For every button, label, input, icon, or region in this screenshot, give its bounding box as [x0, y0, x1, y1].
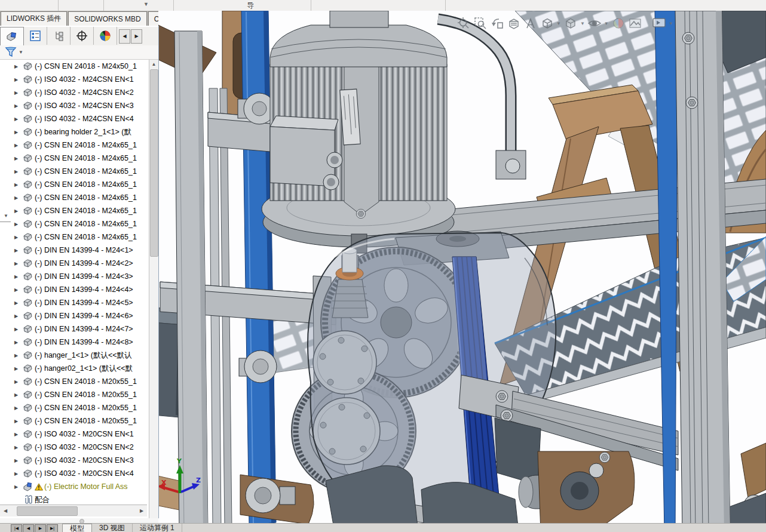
expand-arrow-icon[interactable]: ▶ — [14, 471, 20, 476]
display-style-caret-icon[interactable]: ▼ — [580, 21, 585, 26]
tree-item[interactable]: ▶ (-) ISO 4032 - M24CSN EN<1 — [0, 73, 147, 86]
expand-arrow-icon[interactable]: ▶ — [14, 300, 20, 306]
tree-vertical-scrollbar[interactable]: ▲ ▼ — [149, 60, 158, 530]
tab-propertymanager[interactable] — [24, 27, 47, 45]
hide-show-caret-icon[interactable]: ▼ — [604, 21, 609, 26]
tree-item[interactable]: ▶ (-) ISO 4032 - M24CSN EN<3 — [0, 99, 147, 112]
tree-item[interactable]: ▶ (-) CSN EN 24018 - M24x65_1 — [0, 191, 147, 204]
previous-tab-button[interactable]: ◀ — [23, 524, 34, 532]
right-steel-column[interactable] — [675, 11, 730, 532]
last-tab-button[interactable]: ▶| — [47, 524, 58, 532]
tree-item[interactable]: ▶ (-) ISO 4032 - M20CSN EN<4 — [0, 467, 147, 480]
filter-funnel-icon[interactable] — [5, 47, 17, 58]
scroll-left-arrow[interactable]: ◀ — [1, 506, 10, 515]
manager-tab-left-arrow[interactable]: ◀ — [119, 29, 130, 44]
next-tab-button[interactable]: ▶ — [35, 524, 46, 532]
expand-arrow-icon[interactable]: ▶ — [14, 64, 20, 69]
expand-arrow-icon[interactable]: ▶ — [14, 235, 20, 240]
expand-arrow-icon[interactable]: ▶ — [14, 156, 20, 161]
apply-scene-icon[interactable] — [628, 16, 643, 31]
expand-arrow-icon[interactable]: ▶ — [14, 366, 20, 371]
expand-arrow-icon[interactable]: ▶ — [14, 103, 20, 109]
tab-motion-study[interactable]: 运动算例 1 — [133, 524, 182, 532]
tree-item[interactable]: ▶ (-) CSN EN 24018 - M20x55_1 — [0, 375, 147, 388]
zoom-to-area-icon[interactable] — [473, 16, 488, 31]
scroll-right-arrow[interactable]: ▶ — [137, 506, 146, 515]
tree-item[interactable]: ▶ (-) CSN EN 24018 - M24x65_1 — [0, 204, 147, 217]
electric-motor[interactable] — [262, 11, 455, 253]
tree-item[interactable]: ▶ (-) CSN EN 24018 - M24x65_1 — [0, 152, 147, 165]
tree-item[interactable]: ▶ (-) DIN EN 14399-4 - M24<4> — [0, 283, 147, 296]
zoom-to-fit-icon[interactable] — [456, 16, 471, 31]
tab-featuremanager[interactable] — [0, 27, 24, 46]
hide-show-items-icon[interactable] — [587, 16, 602, 31]
scroll-up-arrow[interactable]: ▲ — [149, 60, 158, 69]
tree-item[interactable]: ▶ (-) CSN EN 24018 - M20x55_1 — [0, 388, 147, 401]
tree-item[interactable]: ▶ (-) ISO 4032 - M20CSN EN<2 — [0, 441, 147, 454]
expand-arrow-icon[interactable]: ▶ — [14, 327, 20, 332]
tree-item[interactable]: ▶ (-) DIN EN 14399-4 - M24<5> — [0, 296, 147, 309]
pane-splitter-handle[interactable]: ▼ — [0, 213, 11, 226]
expand-arrow-icon[interactable]: ▶ — [14, 77, 20, 82]
tree-item[interactable]: ▶ (-) CSN EN 24018 - M24x65_1 — [0, 165, 147, 178]
expand-arrow-icon[interactable]: ▶ — [14, 130, 20, 135]
expand-arrow-icon[interactable]: ▶ — [14, 353, 20, 358]
edit-appearance-icon[interactable] — [611, 16, 626, 31]
previous-view-icon[interactable] — [489, 16, 504, 31]
tree-item[interactable]: ▶ (-) DIN EN 14399-4 - M24<8> — [0, 336, 147, 349]
tree-item[interactable]: ▶ (-) DIN EN 14399-4 - M24<3> — [0, 270, 147, 283]
tree-item[interactable]: ▶ (-) CSN EN 24018 - M24x65_1 — [0, 139, 147, 152]
first-tab-button[interactable]: |◀ — [11, 524, 22, 532]
tab-solidworks-addins[interactable]: LIDWORKS 插件 — [1, 11, 67, 26]
display-style-icon[interactable] — [563, 16, 578, 31]
expand-arrow-icon[interactable]: ▶ — [14, 419, 20, 424]
expand-arrow-icon[interactable]: ▶ — [14, 445, 20, 450]
tree-item[interactable]: ▶ (-) CSN EN 24018 - M24x50_1 — [0, 60, 147, 73]
expand-arrow-icon[interactable]: ▶ — [14, 182, 20, 187]
expand-arrow-icon[interactable]: ▶ — [14, 90, 20, 96]
expand-arrow-icon[interactable]: ▶ — [14, 484, 20, 490]
view-settings-icon[interactable] — [652, 16, 667, 31]
expand-arrow-icon[interactable]: ▶ — [14, 405, 20, 411]
expand-arrow-icon[interactable]: ▶ — [14, 116, 20, 122]
scroll-thumb[interactable] — [17, 506, 78, 516]
view-orientation-caret-icon[interactable]: ▼ — [556, 21, 561, 26]
expand-arrow-icon[interactable]: ▶ — [14, 392, 20, 398]
expand-arrow-icon[interactable]: ▶ — [14, 274, 20, 279]
expand-arrow-icon[interactable]: ▶ — [14, 248, 20, 253]
scroll-thumb[interactable] — [150, 69, 158, 257]
graphics-viewport[interactable]: X Y Z — [158, 11, 766, 532]
tab-configurationmanager[interactable] — [47, 27, 71, 45]
tree-item[interactable]: ▶ (-) CSN EN 24018 - M20x55_1 — [0, 414, 147, 428]
tree-horizontal-scrollbar[interactable]: ◀ ▶ — [0, 505, 147, 516]
tree-item[interactable]: ▶ (-) DIN EN 14399-4 - M24<1> — [0, 244, 147, 257]
tree-item[interactable]: ▶ (-) ISO 4032 - M24CSN EN<4 — [0, 112, 147, 125]
tree-item[interactable]: ▶ (-) hanger02_1<1> (默认<<默 — [0, 362, 147, 375]
tab-dimxpertmanager[interactable] — [71, 27, 94, 45]
tree-item[interactable]: ▶ (-) ISO 4032 - M20CSN EN<3 — [0, 454, 147, 467]
expand-arrow-icon[interactable]: ▶ — [14, 340, 20, 345]
expand-arrow-icon[interactable]: ▶ — [14, 169, 20, 174]
filter-caret-icon[interactable]: ▼ — [19, 50, 23, 55]
tree-item[interactable]: ▶ (-) ISO 4032 - M24CSN EN<2 — [0, 86, 147, 99]
tree-item[interactable]: ▶ (-) CSN EN 24018 - M20x55_1 — [0, 401, 147, 414]
expand-arrow-icon[interactable]: ▶ — [14, 313, 20, 319]
expand-arrow-icon[interactable]: ▶ — [14, 208, 20, 214]
section-view-icon[interactable] — [506, 16, 521, 31]
tab-displaymanager[interactable] — [94, 27, 117, 45]
tab-3d-views[interactable]: 3D 视图 — [92, 524, 133, 532]
view-orientation-icon[interactable] — [540, 16, 554, 31]
expand-arrow-icon[interactable]: ▶ — [14, 222, 20, 227]
expand-arrow-icon[interactable]: ▶ — [14, 458, 20, 463]
tree-item[interactable]: ▶ (-) CSN EN 24018 - M24x65_1 — [0, 230, 147, 244]
manager-tab-right-arrow[interactable]: ▶ — [131, 29, 142, 44]
tree-item[interactable]: ▶ (-) DIN EN 14399-4 - M24<6> — [0, 309, 147, 322]
expand-arrow-icon[interactable]: ▶ — [14, 143, 20, 148]
expand-arrow-icon[interactable]: ▶ — [14, 379, 20, 385]
expand-arrow-icon[interactable]: ▶ — [14, 195, 20, 201]
tab-solidworks-mbd[interactable]: SOLIDWORKS MBD — [68, 11, 146, 26]
tree-item[interactable]: ▶ (-) CSN EN 24018 - M24x65_1 — [0, 178, 147, 191]
tree-item[interactable]: ▶ (-) CSN EN 24018 - M24x65_1 — [0, 217, 147, 230]
ribbon-overflow-caret-icon[interactable]: ▼ — [143, 1, 149, 7]
tree-item[interactable]: ▶ (-) DIN EN 14399-4 - M24<2> — [0, 257, 147, 270]
